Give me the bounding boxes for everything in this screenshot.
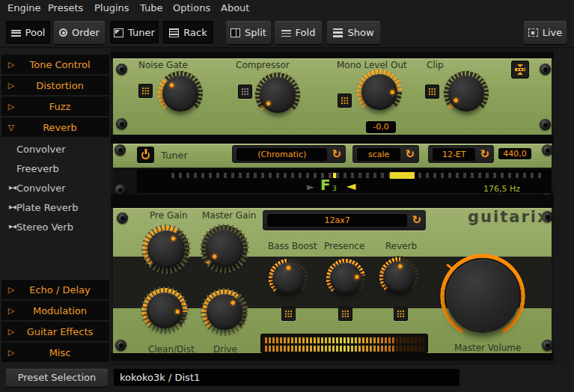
pool-button[interactable]: Pool — [6, 21, 50, 44]
cycle-icon[interactable]: ↻ — [412, 215, 421, 226]
cycle-icon[interactable]: ↻ — [480, 149, 489, 160]
category-label: Tone Control — [21, 59, 109, 70]
plugin-label: Plate Reverb — [16, 202, 78, 213]
plugin-item-convolver[interactable]: ▶◀ Convolver — [0, 139, 111, 159]
clip-label: Clip — [427, 60, 444, 70]
collapsed-arrow-icon: ▷ — [1, 327, 21, 337]
master-gain-knob[interactable] — [201, 224, 248, 272]
mono-level-value[interactable]: -0,0 — [366, 121, 396, 133]
screw-icon — [542, 340, 553, 351]
meter-row-right — [265, 346, 424, 352]
knob-pointer — [398, 264, 402, 268]
bass-boost-knob[interactable] — [268, 258, 308, 298]
menu-engine[interactable]: Engine — [7, 2, 41, 13]
category-modulation[interactable]: ▷ Modulation — [1, 301, 109, 320]
mono-level-out-knob[interactable] — [356, 69, 403, 115]
preset-selection-button[interactable]: Preset Selection — [6, 369, 108, 387]
tube-selector-dropdown[interactable]: 12ax7 ↻ — [263, 210, 426, 230]
collapsed-arrow-icon: ▷ — [1, 306, 21, 316]
fold-label: Fold — [296, 27, 316, 38]
midi-grid-button[interactable] — [338, 307, 352, 321]
split-icon — [230, 28, 240, 37]
clip-knob[interactable] — [443, 70, 489, 117]
midi-grid-button[interactable] — [138, 84, 153, 98]
pre-gain-knob[interactable] — [142, 225, 190, 273]
fold-button[interactable]: Fold — [275, 21, 322, 44]
cycle-icon[interactable]: ↻ — [405, 149, 415, 160]
reverb-knob[interactable] — [379, 257, 419, 297]
current-preset-field[interactable]: kokoko3k / Dist1 — [114, 369, 459, 386]
screw-icon — [540, 119, 551, 130]
tuner-octave: 3 — [332, 185, 337, 192]
tuner-display: ► F 3 ◄ 176,5 Hz — [137, 169, 552, 193]
presence-knob[interactable] — [326, 258, 366, 298]
clean-dist-knob[interactable] — [141, 287, 188, 334]
midi-grid-button[interactable] — [281, 307, 296, 321]
plugin-label: Freeverb — [16, 163, 59, 174]
pre-gain-label: Pre Gain — [150, 210, 187, 221]
preset-bar: Preset Selection kokoko3k / Dist1 wsxdn.… — [0, 365, 574, 392]
category-echo-delay[interactable]: ▷ Echo / Delay — [1, 280, 109, 299]
tuner-scale-dropdown[interactable]: scale ↻ — [352, 145, 419, 163]
rack-button[interactable]: Rack — [163, 21, 213, 44]
midi-grid-button[interactable] — [238, 85, 252, 99]
tuner-center-indicator — [333, 173, 336, 178]
midi-grid-button[interactable] — [425, 85, 439, 99]
category-misc[interactable]: ▷ Misc — [1, 343, 109, 362]
knob-cap — [206, 230, 243, 267]
category-distortion[interactable]: ▷ Distortion — [1, 76, 109, 95]
menu-about[interactable]: About — [221, 2, 249, 13]
tuner-mode-dropdown[interactable]: (Chromatic) ↻ — [232, 145, 346, 163]
screw-icon — [116, 64, 127, 75]
tuner-button[interactable]: Tuner — [110, 21, 159, 44]
category-fuzz[interactable]: ▷ Fuzz — [1, 97, 109, 116]
menu-options[interactable]: Options — [173, 2, 210, 13]
tuner-temperament-dropdown[interactable]: 12-ET ↻ — [428, 145, 494, 163]
category-tone-control[interactable]: ▷ Tone Control — [1, 55, 109, 74]
menu-presets[interactable]: Presets — [48, 2, 83, 13]
split-button[interactable]: Split — [226, 21, 271, 44]
drive-knob[interactable] — [201, 289, 248, 335]
cycle-icon[interactable]: ↻ — [332, 149, 341, 160]
knob-pointer — [287, 266, 290, 269]
category-label: Modulation — [21, 305, 109, 316]
compressor-knob[interactable] — [254, 72, 301, 118]
screw-icon — [115, 340, 126, 351]
reference-pitch-value[interactable]: 440,0 — [498, 148, 531, 159]
screw-icon — [542, 144, 553, 156]
knob-cap — [162, 76, 198, 111]
midi-grid-button[interactable] — [338, 94, 352, 108]
category-guitar-effects[interactable]: ▷ Guitar Effects — [1, 322, 109, 341]
noise-gate-knob[interactable] — [157, 70, 204, 117]
master-volume-label: Master Volume — [454, 343, 521, 353]
order-button[interactable]: Order — [54, 21, 105, 44]
tuner-power-button[interactable] — [137, 147, 154, 163]
plugin-item-plate-reverb[interactable]: ▶◀ Plate Reverb — [0, 197, 111, 217]
knob-cap — [147, 230, 185, 268]
plugin-item-stereo-verb[interactable]: ▶◀ Stereo Verb — [0, 217, 111, 236]
tuner-note: F — [320, 176, 331, 194]
screw-icon — [540, 64, 551, 75]
menu-plugins[interactable]: Plugins — [94, 2, 129, 13]
plugin-item-convolver-stereo[interactable]: ▶◀ Convolver — [0, 178, 111, 197]
screw-icon — [115, 144, 126, 156]
knob-cap — [207, 294, 242, 330]
rack1-bottom-cap — [111, 135, 554, 144]
tuner-deviation-bar — [390, 172, 415, 179]
show-button[interactable]: Show — [327, 21, 380, 44]
menu-tube[interactable]: Tube — [140, 2, 162, 13]
plugin-item-freeverb[interactable]: ▶◀ Freeverb — [0, 159, 111, 178]
category-label: Echo / Delay — [21, 284, 109, 295]
midi-grid-button[interactable] — [394, 307, 408, 321]
pool-list-icon — [11, 28, 21, 37]
tube-value: 12ax7 — [267, 214, 407, 227]
category-reverb[interactable]: ▽ Reverb — [1, 117, 109, 137]
toolbar: Pool Order Tuner Rack Split Fold Show L — [0, 18, 574, 48]
knob-cap — [448, 76, 484, 111]
level-meter — [260, 334, 428, 353]
live-button[interactable]: Live — [524, 21, 567, 44]
pointer-left-icon: ◄ — [346, 180, 355, 192]
minimize-rack-button[interactable] — [511, 61, 529, 79]
master-volume-knob[interactable] — [446, 260, 519, 333]
show-label: Show — [347, 27, 373, 38]
